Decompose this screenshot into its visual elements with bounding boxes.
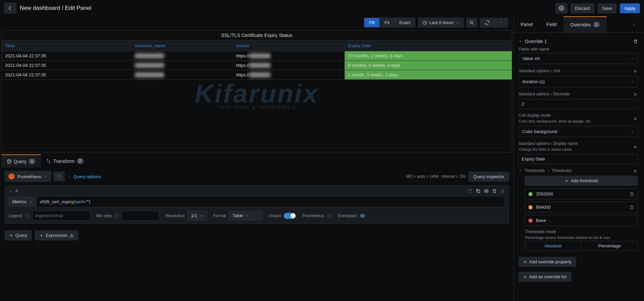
- unit-select[interactable]: duration (s): [519, 76, 638, 87]
- refresh-interval[interactable]: [494, 18, 508, 27]
- instant-toggle[interactable]: [284, 213, 296, 219]
- query-name[interactable]: A: [15, 188, 18, 193]
- datasource-picker[interactable]: Prometheus: [5, 171, 51, 182]
- sidepanel-collapse[interactable]: [625, 18, 643, 31]
- display-name-input[interactable]: [519, 154, 638, 164]
- add-threshold-button[interactable]: Add threshold: [525, 176, 638, 186]
- remove-decimals[interactable]: ✕: [633, 91, 638, 98]
- exact-option[interactable]: Exact: [394, 18, 415, 27]
- drag-icon[interactable]: [500, 189, 505, 193]
- remove-unit[interactable]: ✕: [633, 68, 638, 75]
- minstep-input[interactable]: [122, 211, 159, 221]
- cell-common-name: ████████: [132, 70, 232, 80]
- trash-icon[interactable]: [492, 189, 497, 193]
- tab-panel[interactable]: Panel: [514, 17, 540, 32]
- threshold-value[interactable]: 864000: [536, 205, 626, 210]
- remove-cellmode[interactable]: ✕: [633, 116, 638, 122]
- svg-point-6: [502, 189, 502, 190]
- discard-button[interactable]: Discard: [571, 3, 594, 13]
- chevron-down-icon[interactable]: [519, 40, 522, 43]
- col-time[interactable]: Time: [2, 40, 132, 51]
- query-options-toggle[interactable]: Query options: [67, 174, 101, 179]
- query-inspector-button[interactable]: Query inspector: [469, 172, 509, 182]
- apply-button[interactable]: Apply: [620, 3, 640, 13]
- table-row: 2021-04-04 22:37:35████████https://redac…: [2, 51, 512, 61]
- mode-percentage[interactable]: Percentage: [581, 241, 638, 250]
- trash-icon[interactable]: [629, 192, 634, 196]
- zoom-out-button[interactable]: [466, 18, 477, 27]
- trash-icon[interactable]: [633, 39, 638, 44]
- legend-input[interactable]: [32, 211, 90, 221]
- tab-transform[interactable]: Transform 2: [41, 154, 89, 168]
- tab-overrides[interactable]: Overrides 1: [563, 16, 607, 32]
- col-common-name[interactable]: common_name: [132, 40, 232, 51]
- remove-thresholds[interactable]: ✕: [633, 168, 638, 174]
- svg-point-11: [503, 192, 504, 192]
- svg-point-8: [502, 192, 502, 192]
- threshold-color-dot[interactable]: [528, 192, 533, 196]
- chevron-down-icon: [44, 175, 47, 178]
- query-expression-input[interactable]: x509_cert_expiry{san!=""}: [36, 196, 505, 207]
- resolution-select[interactable]: 1/1: [187, 211, 207, 221]
- add-override-property-button[interactable]: Add override property: [519, 257, 576, 267]
- chevron-right-icon: [67, 175, 71, 178]
- minstep-info-icon[interactable]: i: [114, 213, 119, 218]
- legend-info-icon[interactable]: i: [25, 213, 30, 218]
- eye-icon[interactable]: [484, 189, 489, 193]
- tab-field[interactable]: Field: [540, 17, 563, 32]
- chevron-down-icon[interactable]: [519, 169, 522, 172]
- cell-expiry: 10 months, 2 weeks, 5 days: [345, 51, 512, 61]
- page-title: New dashboard / Edit Panel: [20, 5, 91, 12]
- threshold-color-dot[interactable]: [528, 219, 533, 223]
- col-expiry[interactable]: Expiry Date: [345, 40, 512, 51]
- svg-point-3: [7, 159, 11, 161]
- query-help-icon[interactable]: ?: [468, 189, 472, 193]
- copy-icon[interactable]: [476, 189, 481, 193]
- svg-point-0: [561, 7, 562, 9]
- threshold-value[interactable]: 2592000: [536, 191, 626, 196]
- threshold-base-row: Base: [525, 215, 638, 226]
- database-icon: [7, 159, 12, 164]
- prometheus-info-icon[interactable]: i: [327, 213, 332, 218]
- fill-option[interactable]: Fill: [364, 18, 380, 27]
- prometheus-icon: [8, 173, 15, 180]
- tab-query[interactable]: Query 1: [1, 154, 41, 168]
- legend-label: Legend: [8, 213, 22, 218]
- metrics-toggle[interactable]: Metrics: [8, 197, 36, 207]
- cell-time: 2021-04-04 22:37:35: [2, 61, 132, 70]
- query-count-badge: 1: [29, 158, 35, 164]
- prometheus-label: Prometheus: [302, 213, 324, 218]
- fit-option[interactable]: Fit: [379, 18, 394, 27]
- svg-point-7: [502, 191, 502, 191]
- field-name-select[interactable]: Value #A: [519, 53, 638, 64]
- save-button[interactable]: Save: [598, 3, 617, 13]
- svg-point-5: [486, 190, 487, 192]
- mode-absolute[interactable]: Absolute: [525, 241, 581, 250]
- cell-mode-select[interactable]: Color background: [519, 126, 638, 137]
- trash-icon[interactable]: [629, 205, 634, 210]
- add-query-button[interactable]: Query: [5, 230, 32, 240]
- settings-button[interactable]: [556, 3, 567, 13]
- eye-icon[interactable]: [360, 213, 365, 219]
- timerange-picker[interactable]: Last 6 hours: [418, 18, 464, 27]
- decimals-input[interactable]: [519, 99, 638, 109]
- col-source[interactable]: source: [232, 40, 345, 51]
- refresh-button[interactable]: [480, 18, 494, 27]
- format-select[interactable]: Table: [229, 211, 263, 221]
- back-button[interactable]: [4, 3, 16, 14]
- table-row: 2021-04-04 22:37:35████████https://redac…: [2, 61, 512, 70]
- panel-preview: SSL/TLS Certificate Expiry Status Time c…: [1, 30, 512, 152]
- cell-source: https://redacted: [232, 61, 345, 70]
- add-override-button[interactable]: Add an override for: [519, 272, 571, 282]
- cell-source: https://redacted: [232, 70, 345, 80]
- threshold-row: 2592000: [525, 188, 638, 200]
- datasource-help[interactable]: ?: [54, 172, 65, 181]
- add-expression-button[interactable]: Expression: [35, 230, 78, 240]
- threshold-color-dot[interactable]: [528, 205, 533, 209]
- fields-with-name-label: Fields with name: [519, 47, 638, 52]
- thresholds-mode-label: Thresholds mode: [525, 229, 638, 234]
- query-row-a: A ? Metrics x509_cert_expiry{san!=""}: [5, 185, 509, 224]
- remove-displayname[interactable]: ✕: [633, 144, 638, 150]
- threshold-row: 864000: [525, 202, 638, 213]
- chevron-down-icon[interactable]: [8, 189, 12, 193]
